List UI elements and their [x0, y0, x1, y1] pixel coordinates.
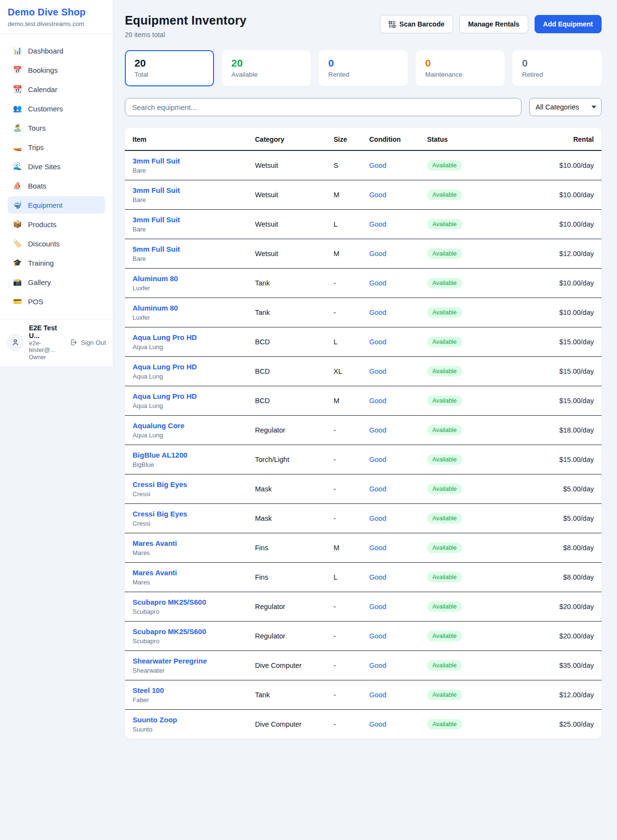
sidebar-item[interactable]: 🚤 Trips [8, 138, 105, 156]
cell-category: Tank [249, 298, 328, 327]
condition-link[interactable]: Good [369, 279, 386, 287]
sidebar-item[interactable]: 📊 Dashboard [8, 42, 105, 59]
item-name-link[interactable]: Scubapro MK25/S600 [133, 627, 243, 636]
cell-item: Scubapro MK25/S600 Scubapro [125, 592, 249, 622]
item-name-link[interactable]: 3mm Full Suit [133, 186, 243, 194]
cell-item: Suunto Zoop Suunto [125, 710, 249, 739]
item-name-link[interactable]: Aluminum 80 [133, 304, 243, 312]
item-name-link[interactable]: Suunto Zoop [133, 716, 243, 724]
condition-link[interactable]: Good [369, 162, 386, 169]
scan-barcode-button[interactable]: Scan Barcode [380, 15, 453, 33]
item-name-link[interactable]: Aqua Lung Pro HD [133, 392, 243, 400]
category-select[interactable]: All Categories [529, 98, 602, 116]
search-input[interactable] [125, 98, 522, 116]
sidebar-item[interactable]: 📅 Bookings [8, 61, 105, 79]
cell-category: Torch/Light [249, 445, 328, 474]
sidebar-item[interactable]: 🏝️ Tours [8, 119, 105, 136]
condition-link[interactable]: Good [369, 544, 386, 552]
cell-condition: Good [363, 680, 421, 710]
stat-label: Retired [522, 71, 592, 78]
sidebar-item[interactable]: 🤿 Equipment [8, 196, 105, 214]
cell-category: Dive Computer [249, 710, 328, 739]
condition-link[interactable]: Good [369, 691, 386, 699]
cell-item: BigBlue AL1200 BigBlue [125, 445, 249, 474]
item-name-link[interactable]: Mares Avanti [133, 569, 243, 577]
cell-category: Regulator [249, 622, 328, 651]
condition-link[interactable]: Good [369, 309, 386, 316]
condition-link[interactable]: Good [369, 338, 386, 346]
sidebar-item[interactable]: 💳 POS [8, 293, 105, 310]
cell-status: Available [421, 416, 509, 445]
nav-icon: 🎓 [13, 259, 22, 267]
condition-link[interactable]: Good [369, 426, 386, 434]
cell-size: - [328, 592, 363, 622]
sidebar-item[interactable]: 📸 Gallery [8, 273, 105, 291]
item-name-link[interactable]: Aqualung Core [133, 421, 243, 430]
cell-size: - [328, 710, 363, 739]
item-name-link[interactable]: Shearwater Peregrine [133, 657, 243, 665]
sidebar-item[interactable]: 🎓 Training [8, 254, 105, 271]
table-row: BigBlue AL1200 BigBlue Torch/Light - Goo… [125, 445, 602, 474]
cell-item: 3mm Full Suit Bare [125, 210, 249, 239]
user-name: E2E Test U... [29, 324, 65, 339]
item-name-link[interactable]: Steel 100 [133, 686, 243, 694]
item-name-link[interactable]: BigBlue AL1200 [133, 451, 243, 459]
item-name-link[interactable]: Aluminum 80 [133, 274, 243, 283]
condition-link[interactable]: Good [369, 485, 386, 493]
condition-link[interactable]: Good [369, 515, 386, 522]
item-name-link[interactable]: Aqua Lung Pro HD [133, 333, 243, 341]
cell-item: Shearwater Peregrine Shearwater [125, 651, 249, 680]
condition-link[interactable]: Good [369, 250, 386, 257]
sidebar-item-label: Dashboard [28, 47, 63, 55]
sidebar-item[interactable]: 🌊 Dive Sites [8, 158, 105, 175]
condition-link[interactable]: Good [369, 397, 386, 405]
page-title: Equipment Inventory [125, 14, 246, 27]
item-name-link[interactable]: 5mm Full Suit [133, 245, 243, 253]
condition-link[interactable]: Good [369, 720, 386, 728]
sidebar-item[interactable]: 🏷️ Discounts [8, 235, 105, 252]
item-name-link[interactable]: Cressi Big Eyes [133, 510, 243, 518]
condition-link[interactable]: Good [369, 367, 386, 375]
item-name-link[interactable]: 3mm Full Suit [133, 157, 243, 165]
status-badge: Available [427, 660, 462, 671]
cell-item: Aluminum 80 Luxfer [125, 298, 249, 327]
sign-out-button[interactable]: Sign Out [70, 339, 106, 346]
condition-link[interactable]: Good [369, 603, 386, 610]
add-equipment-button[interactable]: Add Equipment [535, 15, 602, 33]
main-content: Equipment Inventory 20 items total [113, 0, 617, 756]
stat-card[interactable]: 0 Maintenance [416, 50, 505, 86]
item-name-link[interactable]: Aqua Lung Pro HD [133, 363, 243, 371]
cell-item: 3mm Full Suit Bare [125, 150, 249, 180]
condition-link[interactable]: Good [369, 573, 386, 581]
item-name-link[interactable]: 3mm Full Suit [133, 216, 243, 224]
stat-card[interactable]: 20 Total [125, 50, 214, 86]
condition-link[interactable]: Good [369, 456, 386, 463]
stat-card[interactable]: 0 Retired [512, 50, 602, 86]
nav-icon: 📦 [13, 221, 22, 228]
cell-item: Scubapro MK25/S600 Scubapro [125, 622, 249, 651]
sidebar-item[interactable]: 📆 Calendar [8, 81, 105, 98]
sidebar-item-label: Bookings [28, 66, 58, 74]
cell-rental: $25.00/day [509, 710, 602, 739]
sidebar-item[interactable]: 👥 Customers [8, 100, 105, 117]
nav-icon: 👥 [13, 105, 22, 112]
sidebar-item[interactable]: 📦 Products [8, 216, 105, 233]
table-row: Suunto Zoop Suunto Dive Computer - Good … [125, 710, 602, 739]
sidebar-item[interactable]: ⛵ Boats [8, 177, 105, 194]
manage-rentals-button[interactable]: Manage Rentals [459, 15, 528, 33]
item-name-link[interactable]: Mares Avanti [133, 539, 243, 547]
item-brand: Scubapro [133, 608, 243, 615]
item-name-link[interactable]: Scubapro MK25/S600 [133, 598, 243, 606]
stat-value: 20 [134, 57, 204, 69]
condition-link[interactable]: Good [369, 632, 386, 640]
condition-link[interactable]: Good [369, 220, 386, 228]
condition-link[interactable]: Good [369, 662, 386, 669]
sidebar-item-label: Gallery [28, 278, 51, 286]
cell-rental: $8.00/day [509, 563, 602, 592]
stat-card[interactable]: 20 Available [222, 50, 311, 86]
stat-card[interactable]: 0 Rented [319, 50, 408, 86]
cell-item: Aluminum 80 Luxfer [125, 269, 249, 298]
item-name-link[interactable]: Cressi Big Eyes [133, 480, 243, 488]
condition-link[interactable]: Good [369, 191, 386, 199]
cell-condition: Good [363, 386, 421, 416]
